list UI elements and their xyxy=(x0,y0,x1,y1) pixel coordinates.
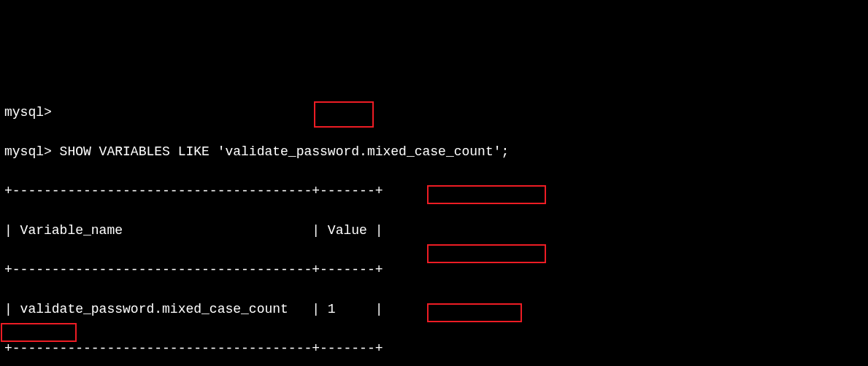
table-header: | Variable_name | Value | xyxy=(4,221,864,241)
prompt-line: mysql> xyxy=(4,103,864,122)
table-border: +--------------------------------------+… xyxy=(4,182,864,201)
sql-show-variables: mysql> SHOW VARIABLES LIKE 'validate_pas… xyxy=(4,142,864,162)
terminal-output: mysql> mysql> SHOW VARIABLES LIKE 'valid… xyxy=(4,83,864,366)
table-border: +--------------------------------------+… xyxy=(4,260,864,280)
table-border: +--------------------------------------+… xyxy=(4,339,864,359)
table-row: | validate_password.mixed_case_count | 1… xyxy=(4,300,864,319)
